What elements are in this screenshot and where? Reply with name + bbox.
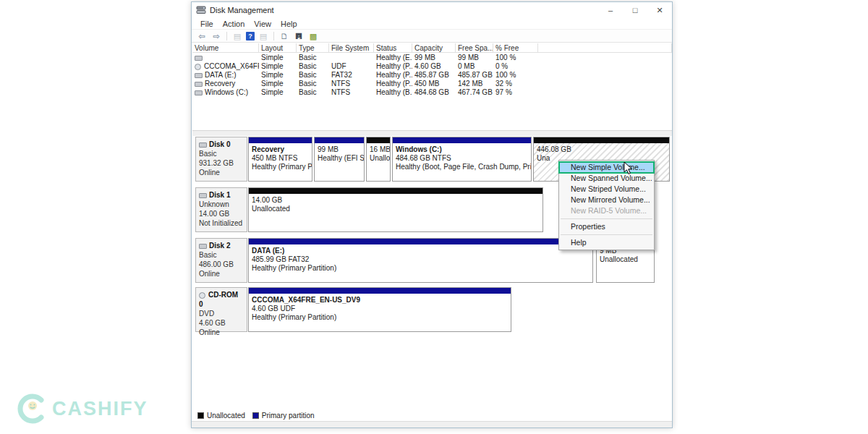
- disk-status: Online: [199, 328, 244, 337]
- column-header-status[interactable]: Status: [374, 43, 412, 52]
- volume-icon: [195, 90, 203, 95]
- disk0-label[interactable]: Disk 0 Basic 931.32 GB Online: [195, 137, 247, 182]
- partition-color-strip: [315, 137, 364, 143]
- maximize-button[interactable]: □: [623, 2, 647, 18]
- disk2-label[interactable]: Disk 2 Basic 486.00 GB Online: [195, 238, 247, 283]
- disk-icon: [199, 244, 207, 249]
- menu-file[interactable]: File: [197, 19, 220, 29]
- disk-size: 486.00 GB: [199, 260, 244, 269]
- volume-icon: [195, 82, 203, 87]
- partition-color-strip: [249, 137, 312, 143]
- show-console-tree-icon[interactable]: ▤: [231, 31, 243, 41]
- partition-color-strip: [367, 137, 390, 143]
- partition-color-strip: [249, 188, 542, 194]
- table-row[interactable]: CCCOMA_X64FRE... Simple Basic UDF Health…: [192, 61, 672, 70]
- legend-primary-swatch: [252, 412, 259, 419]
- disk-type: Basic: [199, 149, 244, 158]
- cdrom0-label[interactable]: CD-ROM 0 DVD 4.60 GB Online: [195, 287, 247, 332]
- menu-separator: [561, 234, 652, 235]
- column-header-free-space[interactable]: Free Spa...: [456, 43, 493, 52]
- disk-size: 4.60 GB: [199, 318, 244, 328]
- disk-icon: [199, 142, 207, 148]
- cashify-logo-icon: [17, 393, 48, 424]
- disk-settings-icon[interactable]: ▩: [307, 31, 319, 41]
- context-menu: New Simple Volume... New Spanned Volume.…: [558, 160, 655, 250]
- menu-separator: [561, 218, 652, 219]
- partition-color-strip: [249, 288, 511, 294]
- partition-efi[interactable]: 99 MBHealthy (EFI Sys: [314, 137, 365, 182]
- volume-name: Windows (C:): [205, 88, 248, 96]
- disk-size: 14.00 GB: [199, 209, 244, 218]
- pane-splitter[interactable]: [192, 131, 672, 136]
- cdrom-icon: [199, 292, 205, 299]
- partition-data-e[interactable]: DATA (E:)485.99 GB FAT32Healthy (Primary…: [248, 238, 593, 283]
- cashify-brand-text: CASHIFY: [52, 398, 148, 420]
- table-row[interactable]: Recovery Simple Basic NTFS Healthy (P...…: [192, 79, 672, 88]
- status-bar: [192, 421, 672, 427]
- partition-disk1-unallocated[interactable]: 14.00 GBUnallocated: [248, 187, 543, 232]
- help-icon[interactable]: ?: [246, 32, 255, 41]
- column-header-file-system[interactable]: File System: [329, 43, 374, 52]
- menu-help[interactable]: Help: [278, 19, 304, 29]
- column-header-capacity[interactable]: Capacity: [412, 43, 456, 52]
- table-row[interactable]: DATA (E:) Simple Basic FAT32 Healthy (P.…: [192, 70, 672, 79]
- volume-icon: [195, 73, 203, 78]
- disk-management-icon: [196, 6, 206, 14]
- desktop: CASHIFY Disk Management – □ ✕ File Actio…: [0, 0, 868, 434]
- volume-name: DATA (E:): [205, 71, 237, 79]
- volume-name: Recovery: [205, 80, 235, 88]
- menu-action[interactable]: Action: [220, 19, 252, 29]
- legend-unallocated-label: Unallocated: [207, 412, 245, 420]
- menu-item-new-mirrored-volume[interactable]: New Mirrored Volume...: [559, 195, 654, 205]
- disk1-label[interactable]: Disk 1 Unknown 14.00 GB Not Initialized: [195, 187, 247, 232]
- legend-primary-label: Primary partition: [262, 412, 315, 420]
- table-row[interactable]: Windows (C:) Simple Basic NTFS Healthy (…: [192, 88, 672, 96]
- disk-size: 931.32 GB: [199, 158, 244, 168]
- drive-properties-icon[interactable]: 🖪: [293, 31, 305, 41]
- volume-icon: [195, 56, 203, 61]
- menu-item-new-simple-volume[interactable]: New Simple Volume...: [559, 162, 654, 173]
- menu-item-properties[interactable]: Properties: [559, 221, 654, 232]
- partition-windows-c[interactable]: Windows (C:)484.68 GB NTFSHealthy (Boot,…: [392, 137, 532, 182]
- menu-item-new-striped-volume[interactable]: New Striped Volume...: [559, 184, 654, 195]
- partition-cccoma-dvd[interactable]: CCCOMA_X64FRE_EN-US_DV94.60 GB UDFHealth…: [248, 287, 511, 332]
- disk-status: Online: [199, 168, 244, 177]
- volume-list-pane: Volume Layout Type File System Status Ca…: [192, 43, 672, 131]
- column-header-empty: [538, 43, 672, 52]
- menu-view[interactable]: View: [251, 19, 278, 29]
- column-header-volume[interactable]: Volume: [192, 43, 259, 52]
- titlebar[interactable]: Disk Management – □ ✕: [192, 2, 672, 18]
- menu-bar: File Action View Help: [192, 18, 672, 30]
- minimize-button[interactable]: –: [598, 2, 623, 18]
- partition-16mb-unallocated[interactable]: 16 MBUnalloca: [366, 137, 391, 182]
- volume-name: CCCOMA_X64FRE...: [204, 62, 259, 70]
- menu-item-help[interactable]: Help: [559, 237, 654, 248]
- column-header-layout[interactable]: Layout: [259, 43, 297, 52]
- column-header-type[interactable]: Type: [297, 43, 329, 52]
- forward-icon[interactable]: ⇨: [210, 31, 222, 41]
- menu-item-new-spanned-volume[interactable]: New Spanned Volume...: [559, 173, 654, 184]
- table-row[interactable]: Simple Basic Healthy (E... 99 MB 99 MB 1…: [192, 53, 672, 61]
- refresh-disk-info-icon[interactable]: 🗋: [278, 31, 290, 41]
- partition-color-strip: [249, 239, 592, 244]
- toolbar-separator: [226, 32, 227, 41]
- cashify-watermark: CASHIFY: [17, 393, 148, 424]
- toolbar-separator: [273, 32, 274, 41]
- column-header-pct-free[interactable]: % Free: [493, 43, 538, 52]
- disk-type: Basic: [199, 250, 244, 260]
- cdrom0-row: CD-ROM 0 DVD 4.60 GB Online CCCOMA_X64FR…: [192, 287, 672, 332]
- legend: Unallocated Primary partition: [197, 412, 315, 420]
- menu-item-new-raid5-volume: New RAID-5 Volume...: [559, 205, 654, 216]
- volume-table-header: Volume Layout Type File System Status Ca…: [192, 43, 672, 53]
- legend-unallocated-swatch: [197, 412, 204, 419]
- back-icon[interactable]: ⇦: [196, 31, 208, 41]
- disk-type: Unknown: [199, 200, 244, 209]
- window-title: Disk Management: [210, 6, 598, 14]
- disc-icon: [195, 64, 201, 70]
- mouse-cursor: [624, 161, 634, 176]
- partition-color-strip: [393, 137, 531, 143]
- show-action-pane-icon[interactable]: ▤: [258, 31, 269, 41]
- close-button[interactable]: ✕: [647, 2, 672, 18]
- partition-recovery[interactable]: Recovery450 MB NTFSHealthy (Primary Part: [248, 137, 312, 182]
- disk-icon: [199, 193, 207, 198]
